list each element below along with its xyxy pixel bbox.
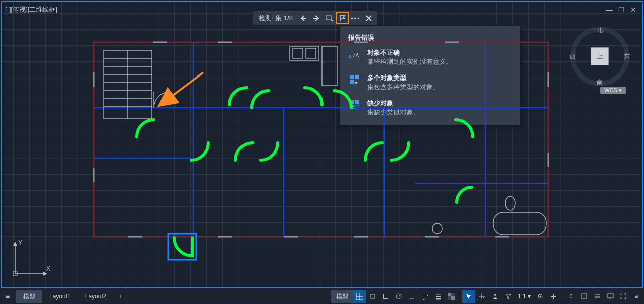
square-icon	[581, 293, 588, 300]
viewcube-west[interactable]: 西	[570, 52, 576, 61]
ucs-icon[interactable]: XY	[10, 239, 50, 279]
svg-text:X: X	[46, 265, 50, 272]
gizmo-icon	[478, 293, 486, 300]
viewcube-south[interactable]: 南	[597, 78, 603, 87]
checker-icon	[448, 293, 455, 300]
svg-text:Y: Y	[18, 239, 22, 246]
dynamic-ucs[interactable]	[489, 290, 502, 303]
svg-text:.0: .0	[568, 294, 573, 299]
svg-point-67	[494, 294, 496, 296]
transparency-toggle[interactable]	[445, 290, 458, 303]
lineweight-toggle[interactable]	[432, 290, 445, 303]
svg-rect-65	[448, 293, 451, 296]
svg-rect-32	[322, 46, 337, 86]
monitor-icon	[607, 293, 614, 300]
annotation-scale[interactable]: 1:1 ▾	[515, 293, 534, 300]
viewcube-east[interactable]: 东	[624, 52, 630, 61]
polar-toggle[interactable]	[392, 290, 406, 303]
tab-add[interactable]: +	[113, 290, 127, 302]
tab-layout2[interactable]: Layout2	[78, 290, 114, 302]
customize-button[interactable]: ≡	[630, 290, 643, 303]
plus-icon	[550, 293, 557, 300]
angle-icon	[409, 293, 416, 300]
svg-line-51	[159, 72, 203, 106]
viewcube-north[interactable]: 北	[597, 26, 603, 35]
grid-icon	[356, 293, 363, 300]
ortho-toggle[interactable]	[379, 290, 392, 303]
expand-icon	[620, 293, 627, 300]
ortho-icon	[382, 293, 389, 300]
svg-rect-66	[451, 296, 455, 300]
three-lines-icon	[594, 293, 601, 300]
cursor-plus-icon	[465, 293, 472, 300]
svg-rect-71	[582, 294, 587, 299]
layout-tabs: 模型 Layout1 Layout2 +	[16, 290, 127, 303]
layout-tabs-menu[interactable]: ≡	[1, 292, 14, 300]
svg-rect-30	[293, 48, 303, 58]
svg-rect-72	[607, 294, 613, 298]
funnel-icon	[505, 293, 512, 300]
clean-screen[interactable]	[617, 290, 630, 303]
3dosnap-toggle[interactable]	[475, 290, 489, 303]
svg-rect-35	[493, 212, 546, 235]
drawing-viewport[interactable]: [-][俯视][二维线框] — ❐ ✕ 检测: 集 1/8 ••• 报告错误	[1, 1, 643, 288]
status-bar: ≡ 模型 Layout1 Layout2 + 模型 1:1 ▾ .0 ≡	[1, 290, 643, 303]
svg-point-34	[432, 223, 442, 234]
lines-icon	[435, 293, 442, 300]
floor-plan-drawing[interactable]	[2, 2, 642, 287]
viewcube[interactable]: 上 北 南 东 西	[570, 26, 630, 87]
hardware-accel[interactable]	[604, 290, 617, 303]
workspace-switch[interactable]	[534, 290, 547, 303]
snap-toggle[interactable]	[366, 290, 379, 303]
tab-layout1[interactable]: Layout1	[42, 290, 78, 302]
hamburger-icon: ≡	[634, 293, 638, 300]
quick-properties[interactable]	[578, 290, 591, 303]
viewcube-top-face[interactable]: 上	[591, 47, 609, 65]
svg-rect-31	[306, 48, 316, 58]
svg-point-69	[540, 296, 541, 297]
tab-model[interactable]: 模型	[16, 290, 42, 303]
isolate-objects[interactable]	[591, 290, 604, 303]
svg-rect-58	[371, 294, 375, 298]
gear-icon	[537, 293, 544, 300]
person-icon	[492, 293, 499, 300]
units-toggle[interactable]: .0	[565, 290, 578, 303]
annotation-monitor[interactable]	[547, 290, 560, 303]
filter-toggle[interactable]	[502, 290, 515, 303]
selection-cycling[interactable]	[462, 290, 475, 303]
model-space-button[interactable]: 模型	[331, 290, 353, 303]
isoplane-toggle[interactable]	[406, 290, 419, 303]
snap-icon	[369, 293, 376, 300]
wcs-dropdown[interactable]: WCS ▾	[600, 87, 626, 94]
pencil-icon	[422, 293, 429, 300]
decimal-icon: .0	[568, 293, 575, 300]
annotation-arrow	[153, 67, 213, 113]
polar-icon	[395, 293, 403, 300]
osnap-toggle[interactable]	[419, 290, 432, 303]
grid-toggle[interactable]	[353, 290, 366, 303]
svg-point-33	[505, 196, 515, 210]
